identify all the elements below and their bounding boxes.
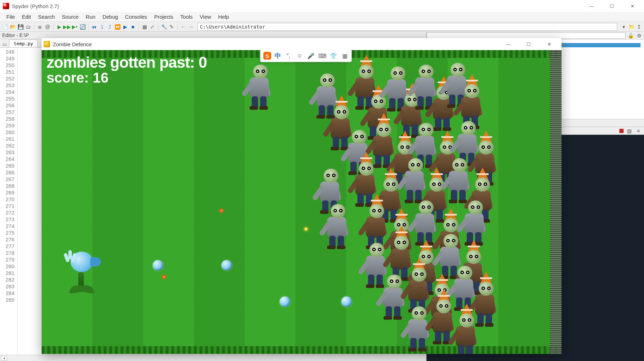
line-number: 264 xyxy=(0,156,14,162)
menu-edit[interactable]: Edit xyxy=(18,13,35,20)
run-cell-icon[interactable]: ▶▶ xyxy=(63,23,70,30)
open-file-icon[interactable]: 📂 xyxy=(9,23,16,30)
ime-settings-icon[interactable]: ▦ xyxy=(341,52,349,60)
rerun-icon[interactable]: 🔄 xyxy=(79,23,86,30)
console-options-icon[interactable]: ≡ xyxy=(635,127,642,134)
menu-tools[interactable]: Tools xyxy=(177,13,196,20)
preferences-icon[interactable]: 🔧 xyxy=(160,23,167,30)
list-icon[interactable]: ≣ xyxy=(36,23,43,30)
toolbar-sep xyxy=(53,24,54,30)
hud-past-label: zombies gotten past: xyxy=(47,54,195,71)
line-number-gutter: 2482492502512522532542552562572582592602… xyxy=(0,48,18,355)
run-selection-icon[interactable]: ▶• xyxy=(71,23,78,30)
spyder-close-button[interactable]: ✕ xyxy=(622,0,643,12)
line-number: 250 xyxy=(0,62,14,68)
pea-projectile xyxy=(341,296,352,307)
line-number: 270 xyxy=(0,196,14,203)
spyder-maximize-button[interactable]: ☐ xyxy=(602,0,622,12)
debug-stop-icon[interactable]: ■ xyxy=(129,23,136,30)
game-maximize-button[interactable]: ☐ xyxy=(519,38,539,50)
debug-step-out-icon[interactable]: ⏩ xyxy=(114,23,121,30)
tab-list-icon[interactable]: ▭ xyxy=(1,41,8,47)
ime-mic-icon[interactable]: 🎤 xyxy=(307,52,315,60)
line-number: 261 xyxy=(0,136,14,142)
save-all-icon[interactable]: 🗂 xyxy=(25,23,32,30)
line-number: 265 xyxy=(0,162,14,169)
basic-zombie xyxy=(320,202,354,248)
editor-tab-temp[interactable]: temp.py xyxy=(9,40,38,47)
line-number: 268 xyxy=(0,182,14,189)
save-icon[interactable]: 💾 xyxy=(17,23,24,30)
spyder-titlebar[interactable]: Spyder (Python 2.7) — ☐ ✕ xyxy=(0,0,644,12)
wd-browse-icon[interactable]: 📁 xyxy=(628,23,635,30)
line-number: 281 xyxy=(0,270,14,276)
console-clear-icon[interactable]: ▨ xyxy=(626,127,633,134)
line-number: 259 xyxy=(0,122,14,129)
wd-parent-icon[interactable]: ↥ xyxy=(636,23,643,30)
game-canvas[interactable]: zombies gotten past: 0 score: 16 S 中 °, … xyxy=(42,50,562,354)
menu-projects[interactable]: Projects xyxy=(151,13,177,20)
debug-step-over-icon[interactable]: ⤵ xyxy=(98,23,105,30)
editor-horiz-scrollbar[interactable]: ◂ xyxy=(0,355,426,361)
menu-help[interactable]: Help xyxy=(215,13,233,20)
help-gear-icon[interactable]: ⚙ xyxy=(636,32,643,39)
line-number: 276 xyxy=(0,236,14,243)
scroll-left-icon[interactable]: ◂ xyxy=(1,356,7,361)
game-title: Zombie Defence xyxy=(53,41,92,47)
menu-bar[interactable]: FileEditSearchSourceRunDebugConsolesProj… xyxy=(0,12,644,22)
game-minimize-button[interactable]: — xyxy=(498,38,519,50)
nav-back-icon[interactable]: ← xyxy=(180,23,187,30)
wd-dropdown-icon[interactable]: ▾ xyxy=(620,23,627,30)
game-hud: zombies gotten past: 0 score: 16 xyxy=(47,54,207,86)
console-stop-icon[interactable] xyxy=(619,129,624,133)
line-number: 278 xyxy=(0,249,14,256)
line-number: 253 xyxy=(0,82,14,89)
line-number: 248 xyxy=(0,48,14,55)
help-lock-icon[interactable]: 🔒 xyxy=(627,32,634,39)
game-titlebar[interactable]: Zombie Defence — ☐ ✕ xyxy=(42,38,562,50)
line-number: 267 xyxy=(0,176,14,182)
game-window[interactable]: Zombie Defence — ☐ ✕ zombies gotten past… xyxy=(42,38,562,354)
line-number: 255 xyxy=(0,95,14,102)
ime-emoji-icon[interactable]: ☺ xyxy=(296,52,303,60)
toolbar-sep xyxy=(139,24,139,30)
ime-punct-icon[interactable]: °, xyxy=(284,52,292,60)
at-icon[interactable]: @ xyxy=(44,23,51,30)
conehead-zombie xyxy=(449,311,482,354)
hud-past-value: 0 xyxy=(198,54,207,71)
menu-consoles[interactable]: Consoles xyxy=(122,13,151,20)
menu-search[interactable]: Search xyxy=(35,13,59,20)
hud-score-value: 16 xyxy=(93,70,109,85)
game-close-button[interactable]: ✕ xyxy=(539,38,559,50)
line-number: 266 xyxy=(0,169,14,176)
line-number: 274 xyxy=(0,223,14,229)
nav-forward-icon[interactable]: → xyxy=(188,23,195,30)
ime-floating-bar[interactable]: S 中 °, ☺ 🎤 ⌨ 👕 ▦ xyxy=(260,50,352,62)
python-path-icon[interactable]: ✎ xyxy=(168,23,175,30)
debug-continue-icon[interactable]: ▶ xyxy=(122,23,129,30)
ime-lang-indicator[interactable]: 中 xyxy=(275,52,281,60)
line-number: 249 xyxy=(0,55,14,62)
line-number: 254 xyxy=(0,89,14,95)
toolbar-sep xyxy=(34,24,34,30)
ime-person-icon[interactable]: 👕 xyxy=(330,52,337,60)
layout-icon[interactable]: ▦ xyxy=(141,23,148,30)
help-source-select[interactable] xyxy=(427,32,626,39)
menu-file[interactable]: File xyxy=(3,13,18,20)
debug-step-icon[interactable]: ⤴ xyxy=(106,23,113,30)
ime-brand-icon[interactable]: S xyxy=(263,52,271,60)
spyder-minimize-button[interactable]: — xyxy=(581,0,602,12)
snow-pea-shooter xyxy=(63,249,102,292)
menu-view[interactable]: View xyxy=(196,13,215,20)
line-number: 257 xyxy=(0,109,14,115)
debug-step-into-icon[interactable]: ⏮ xyxy=(91,23,98,30)
working-dir-input[interactable]: C:\Users\Administrator xyxy=(197,23,617,31)
run-icon[interactable]: ▶ xyxy=(56,23,63,30)
menu-debug[interactable]: Debug xyxy=(99,13,122,20)
ime-keyboard-icon[interactable]: ⌨ xyxy=(318,52,326,60)
menu-run[interactable]: Run xyxy=(82,13,99,20)
maximize-pane-icon[interactable]: ⤢ xyxy=(149,23,156,30)
menu-source[interactable]: Source xyxy=(59,13,82,20)
new-file-icon[interactable]: 📄 xyxy=(1,23,8,30)
line-number: 285 xyxy=(0,296,14,303)
